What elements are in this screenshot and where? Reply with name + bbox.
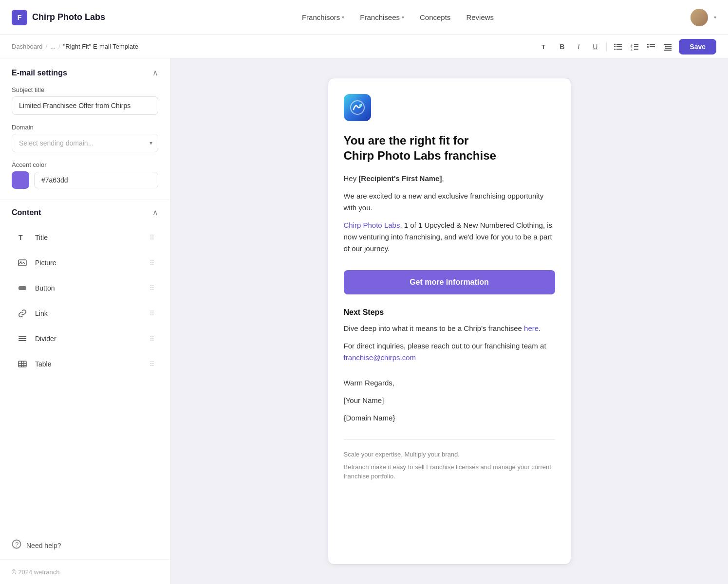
content-section: Content ∧ T Title ⠿ xyxy=(0,208,170,376)
subject-title-input[interactable] xyxy=(12,96,158,115)
email-settings-section: E-mail settings ∧ Subject title Domain S… xyxy=(0,58,170,198)
svg-rect-3 xyxy=(614,46,616,47)
breadcrumb-bar: Dashboard / ... / "Right Fit" E-mail Tem… xyxy=(0,35,728,58)
app-logo: F xyxy=(12,10,27,25)
email-intro: We are excited to a new and exclusive fr… xyxy=(344,190,555,214)
domain-label: Domain xyxy=(12,124,158,131)
drag-handle-icon: ⠿ xyxy=(149,234,154,241)
button-icon xyxy=(16,281,29,295)
user-area: ▾ xyxy=(691,9,716,26)
collapse-content-button[interactable]: ∧ xyxy=(152,208,158,217)
drag-handle-icon: ⠿ xyxy=(149,310,154,317)
accent-color-label: Accent color xyxy=(12,161,158,168)
svg-rect-10 xyxy=(634,46,638,47)
svg-rect-15 xyxy=(647,46,649,48)
warm-regards: Warm Regards, xyxy=(344,377,555,389)
svg-rect-18 xyxy=(665,46,672,47)
svg-text:?: ? xyxy=(15,541,19,548)
content-item-label: Button xyxy=(35,284,55,292)
breadcrumb: Dashboard / ... / "Right Fit" E-mail Tem… xyxy=(12,43,138,50)
text-size-button[interactable]: T xyxy=(538,39,553,54)
chevron-down-icon: ▾ xyxy=(342,15,344,20)
content-item-link[interactable]: Link ⠿ xyxy=(12,302,158,325)
nav-reviews[interactable]: Reviews xyxy=(466,13,494,21)
content-item-button[interactable]: Button ⠿ xyxy=(12,276,158,300)
list-indent-button[interactable] xyxy=(660,39,675,54)
formatting-toolbar: T B I U 1.2.3. xyxy=(538,39,675,54)
svg-rect-28 xyxy=(19,361,26,367)
content-item-divider[interactable]: Divider ⠿ xyxy=(12,327,158,350)
need-help-label: Need help? xyxy=(26,542,61,549)
email-preview-card: You are the right fit for Chirp Photo La… xyxy=(328,78,571,565)
avatar[interactable] xyxy=(691,9,708,26)
nav-concepts[interactable]: Concepts xyxy=(420,13,450,21)
domain-select-wrapper: Select sending domain... ▾ xyxy=(12,134,158,152)
content-item-label: Link xyxy=(35,310,48,317)
chevron-down-icon: ▾ xyxy=(402,15,404,20)
color-value-input[interactable] xyxy=(34,172,158,188)
table-icon xyxy=(16,357,29,371)
italic-button[interactable]: I xyxy=(571,39,586,54)
svg-rect-27 xyxy=(19,340,26,341)
domain-name: {Domain Name} xyxy=(344,412,555,424)
list-ol-button[interactable]: 1.2.3. xyxy=(627,39,642,54)
divider-icon xyxy=(16,332,29,346)
content-item-table[interactable]: Table ⠿ xyxy=(12,352,158,376)
brand-link[interactable]: Chirp Photo Labs xyxy=(344,221,400,229)
nav-franchisors[interactable]: Franchisors ▾ xyxy=(302,13,344,21)
accent-color-row xyxy=(12,171,158,189)
collapse-email-settings-button[interactable]: ∧ xyxy=(152,68,158,77)
underline-button[interactable]: U xyxy=(588,39,602,54)
svg-rect-8 xyxy=(634,44,638,45)
section-divider xyxy=(0,200,170,200)
your-name: [Your Name] xyxy=(344,395,555,406)
drag-handle-icon: ⠿ xyxy=(149,259,154,267)
svg-rect-2 xyxy=(616,44,622,45)
title-icon: T xyxy=(16,231,29,244)
drag-handle-icon: ⠿ xyxy=(149,335,154,343)
content-item-title[interactable]: T Title ⠿ xyxy=(12,226,158,249)
need-help-section[interactable]: ? Need help? xyxy=(0,531,170,559)
cta-button[interactable]: Get more information xyxy=(344,270,555,294)
here-link[interactable]: here xyxy=(524,324,539,332)
svg-rect-4 xyxy=(616,46,622,47)
svg-rect-14 xyxy=(650,44,655,45)
next-steps-title: Next Steps xyxy=(344,308,555,317)
color-swatch[interactable] xyxy=(12,171,29,189)
svg-rect-16 xyxy=(650,46,655,47)
svg-rect-19 xyxy=(665,48,672,49)
svg-rect-25 xyxy=(19,336,26,337)
list-ul-button[interactable] xyxy=(611,39,625,54)
checklist-button[interactable] xyxy=(644,39,658,54)
breadcrumb-ellipsis[interactable]: ... xyxy=(50,43,56,50)
brand-name: Chirp Photo Labs xyxy=(32,12,105,22)
email-address-link[interactable]: franchise@chirps.com xyxy=(344,353,416,362)
email-headline: You are the right fit for Chirp Photo La… xyxy=(344,133,555,163)
breadcrumb-current: "Right Fit" E-mail Template xyxy=(63,43,138,50)
copyright-text: © 2024 wefranch xyxy=(12,568,59,576)
breadcrumb-dashboard[interactable]: Dashboard xyxy=(12,43,43,50)
content-item-picture[interactable]: Picture ⠿ xyxy=(12,251,158,274)
main-layout: E-mail settings ∧ Subject title Domain S… xyxy=(0,58,728,584)
logo-icon xyxy=(350,100,365,115)
content-item-label: Divider xyxy=(35,335,56,343)
bold-button[interactable]: B xyxy=(555,39,569,54)
save-button[interactable]: Save xyxy=(679,39,716,55)
svg-text:T: T xyxy=(19,234,23,241)
domain-select[interactable]: Select sending domain... xyxy=(12,134,158,152)
nav-franchisees[interactable]: Franchisees ▾ xyxy=(360,13,404,21)
brand-area: F Chirp Photo Labs xyxy=(12,10,105,25)
toolbar: T B I U 1.2.3. Save xyxy=(538,39,716,55)
content-item-label: Picture xyxy=(35,259,56,267)
direct-inquiry-text: For direct inquiries, please reach out t… xyxy=(344,340,555,364)
svg-point-36 xyxy=(359,104,362,107)
svg-rect-20 xyxy=(664,50,672,51)
svg-rect-1 xyxy=(614,44,616,45)
email-preview-area: You are the right fit for Chirp Photo La… xyxy=(170,58,728,584)
sidebar-footer: © 2024 wefranch xyxy=(0,559,170,584)
svg-rect-17 xyxy=(664,44,672,45)
subject-title-label: Subject title xyxy=(12,86,158,93)
email-body-middle: Chirp Photo Labs, 1 of 1 Upcycled & New … xyxy=(344,219,555,255)
email-footer-body: Befranch make it easy to sell Franchise … xyxy=(344,462,555,481)
avatar-image xyxy=(691,9,708,26)
